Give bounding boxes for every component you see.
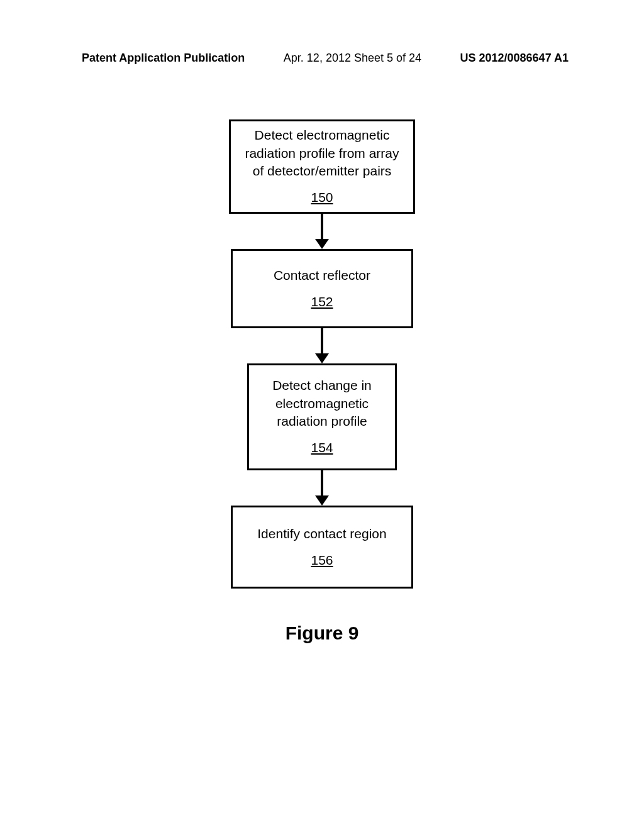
step-ref: 156 [311,551,333,569]
step-text: Identify contact region [257,525,386,543]
flowchart-step-152: Contact reflector 152 [231,249,413,328]
arrow-icon [315,470,329,506]
step-ref: 154 [311,439,333,456]
step-text: Contact reflector [274,267,370,284]
header-date-sheet: Apr. 12, 2012 Sheet 5 of 24 [284,52,421,65]
page-header: Patent Application Publication Apr. 12, … [0,52,644,65]
header-publication-number: US 2012/0086647 A1 [460,52,569,65]
figure-title: Figure 9 [286,622,359,644]
flowchart-step-154: Detect change in electromagnetic radiati… [247,363,397,470]
arrow-icon [315,214,329,249]
step-ref: 152 [311,293,333,311]
header-publication-type: Patent Application Publication [82,52,245,65]
flowchart-step-150: Detect electromagnetic radiation profile… [229,119,415,214]
arrow-icon [315,328,329,363]
flowchart: Detect electromagnetic radiation profile… [229,119,415,589]
step-ref: 150 [311,189,333,206]
flowchart-step-156: Identify contact region 156 [231,506,413,589]
step-text: Detect change in electromagnetic radiati… [257,377,387,430]
step-text: Detect electromagnetic radiation profile… [238,126,406,180]
